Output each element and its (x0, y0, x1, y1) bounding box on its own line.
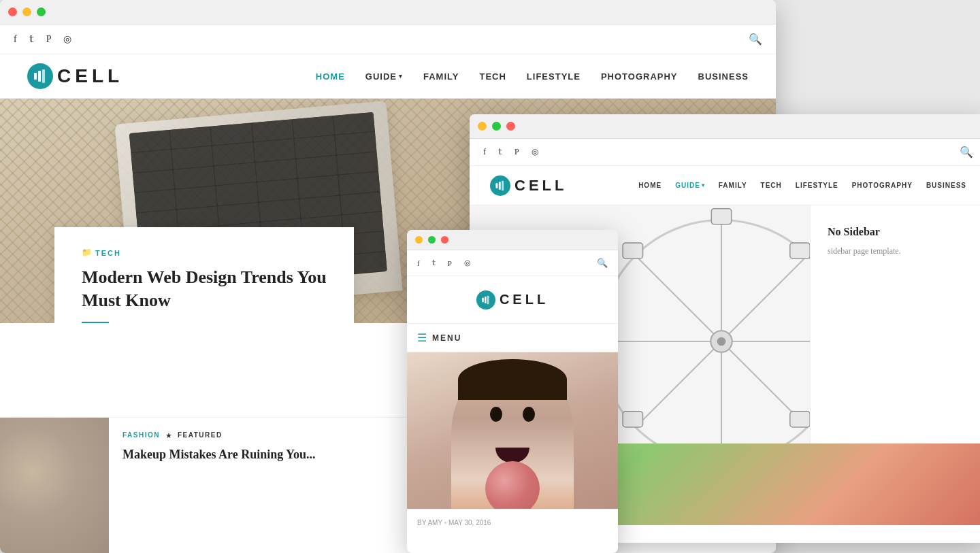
dot-yellow-3[interactable] (415, 236, 423, 244)
logo-icon-2 (490, 175, 510, 196)
svg-rect-18 (623, 412, 642, 427)
bottom-card-img-inner-1 (0, 418, 109, 553)
tag-featured-1: FEATURED (178, 431, 223, 440)
logo-icon-3 (476, 290, 495, 309)
no-sidebar-title: No Sidebar (828, 226, 970, 238)
title-bar-1 (0, 0, 776, 24)
svg-rect-22 (485, 296, 487, 303)
nav-tech-2[interactable]: TECH (761, 182, 782, 189)
nav-photography-1[interactable]: PHOTOGRAPHY (601, 71, 678, 82)
category-text-1: TECH (95, 249, 121, 257)
svg-rect-23 (487, 295, 489, 304)
dot-green-1[interactable] (37, 7, 46, 16)
facebook-icon-1[interactable]: f (14, 34, 17, 45)
svg-rect-15 (790, 243, 810, 258)
dot-red-1[interactable] (8, 7, 17, 16)
tag-fashion-1: FASHION (122, 431, 160, 440)
hamburger-icon-3: ☰ (417, 331, 427, 344)
twitter-icon-3[interactable]: 𝕥 (432, 258, 436, 267)
logo-text-1: CELL (57, 65, 123, 87)
dot-green-3[interactable] (428, 236, 436, 244)
social-bar-2: f 𝕥 P ◎ 🔍 (470, 139, 980, 166)
instagram-icon-3[interactable]: ◎ (464, 258, 471, 267)
svg-rect-4 (499, 182, 501, 190)
nav-links-1: HOME GUIDE ▾ FAMILY TECH LIFESTYLE PHOTO… (316, 71, 749, 82)
svg-point-20 (717, 337, 726, 346)
no-sidebar-panel: No Sidebar sidebar page template. (810, 205, 980, 443)
nav-photography-2[interactable]: PHOTOGRAPHY (852, 182, 913, 189)
facebook-icon-3[interactable]: f (417, 259, 420, 267)
logo-1: CELL (27, 63, 123, 89)
dot-red-2[interactable] (506, 122, 515, 131)
twitter-icon-2[interactable]: 𝕥 (498, 147, 502, 157)
no-sidebar-desc-text: sidebar page template. (828, 246, 901, 256)
title-bar-3 (407, 230, 618, 250)
dot-red-3[interactable] (441, 236, 448, 244)
article-card-1: 📁 TECH Modern Web Design Trends You Must… (54, 227, 354, 323)
svg-rect-17 (623, 243, 642, 258)
author-line-3: BY AMY • MAY 30, 2016 (407, 509, 618, 536)
face-eyes (490, 407, 535, 422)
nav-home-2[interactable]: HOME (638, 182, 662, 189)
nav-lifestyle-2[interactable]: LIFESTYLE (796, 182, 838, 189)
dot-yellow-1[interactable] (22, 7, 31, 16)
pinterest-icon-2[interactable]: P (514, 147, 519, 157)
svg-rect-1 (38, 71, 41, 82)
hero-image-3 (407, 352, 618, 509)
face-lips (495, 448, 529, 463)
svg-rect-2 (42, 69, 45, 83)
hero-face (451, 359, 574, 509)
nav-guide-2[interactable]: GUIDE ▾ (675, 182, 705, 189)
pinterest-icon-3[interactable]: P (448, 259, 452, 267)
social-icons-3: f 𝕥 P ◎ (417, 258, 471, 267)
logo-text-3: CELL (500, 292, 549, 307)
author-text-3: BY AMY • MAY 30, 2016 (417, 519, 491, 526)
svg-rect-3 (495, 183, 497, 188)
bottom-card-img-1 (0, 418, 109, 553)
guide-chevron-1: ▾ (399, 73, 403, 80)
social-bar-1: f 𝕥 P ◎ 🔍 (0, 24, 776, 54)
nav-home-1[interactable]: HOME (316, 71, 345, 82)
face-hair (458, 359, 567, 400)
pinterest-icon-1[interactable]: P (46, 34, 52, 45)
nav-lifestyle-1[interactable]: LIFESTYLE (527, 71, 581, 82)
author-date-3: MAY 30, 2016 (448, 519, 491, 526)
instagram-icon-2[interactable]: ◎ (532, 147, 538, 157)
menu-label-3: MENU (432, 333, 461, 343)
logo-icon-1 (27, 63, 53, 89)
menu-bar-3[interactable]: ☰ MENU (407, 324, 618, 352)
search-button-1[interactable]: 🔍 (749, 33, 762, 46)
svg-rect-5 (502, 180, 504, 190)
card-title-1: Modern Web Design Trends You Must Know (82, 266, 327, 312)
twitter-icon-1[interactable]: 𝕥 (29, 33, 34, 45)
no-sidebar-desc: sidebar page template. (828, 245, 970, 258)
eye-left (490, 407, 502, 422)
search-button-2[interactable]: 🔍 (960, 146, 973, 158)
nav-family-1[interactable]: FAMILY (423, 71, 459, 82)
card-category-1: 📁 TECH (82, 248, 327, 258)
nav-guide-1[interactable]: GUIDE ▾ (365, 71, 403, 82)
author-name-3: BY AMY (417, 519, 442, 526)
nav-tech-1[interactable]: TECH (479, 71, 506, 82)
svg-rect-16 (790, 412, 810, 427)
logo-text-2: CELL (514, 177, 567, 195)
facebook-icon-2[interactable]: f (483, 147, 486, 157)
instagram-icon-1[interactable]: ◎ (63, 33, 71, 45)
svg-rect-21 (482, 297, 484, 301)
eye-right (523, 407, 535, 422)
dot-green-2[interactable] (492, 122, 501, 131)
nav-business-2[interactable]: BUSINESS (926, 182, 966, 189)
svg-rect-0 (34, 73, 37, 80)
dot-yellow-2[interactable] (478, 122, 487, 131)
browser-window-3: f 𝕥 P ◎ 🔍 CELL ☰ MENU (407, 230, 618, 553)
category-icon-1: 📁 (82, 248, 92, 258)
logo-area-3: CELL (407, 276, 618, 324)
nav-business-1[interactable]: BUSINESS (698, 71, 749, 82)
search-button-3[interactable]: 🔍 (597, 258, 608, 269)
nav-family-2[interactable]: FAMILY (719, 182, 747, 189)
face-ball (485, 461, 540, 509)
svg-rect-11 (711, 209, 731, 224)
social-icons-2: f 𝕥 P ◎ (483, 147, 538, 157)
social-icons-1: f 𝕥 P ◎ (14, 33, 71, 45)
tag-star-1: ★ (165, 431, 172, 440)
